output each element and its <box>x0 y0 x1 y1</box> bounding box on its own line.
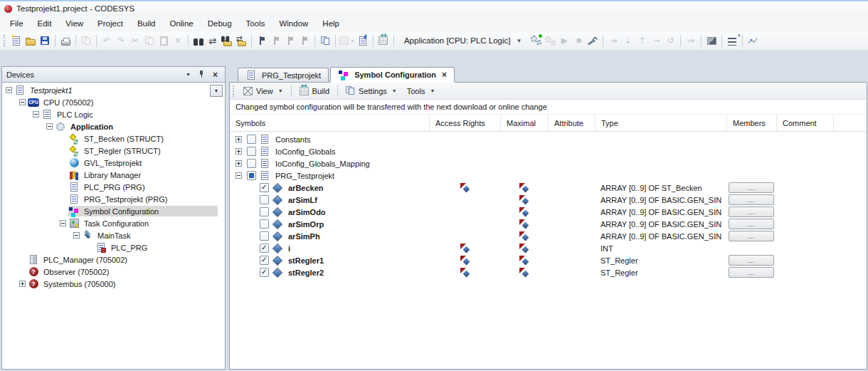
menu-window[interactable]: Window <box>272 17 315 30</box>
expander-plus-icon[interactable] <box>19 281 26 287</box>
menu-debug[interactable]: Debug <box>201 17 239 30</box>
access-rights-icon[interactable] <box>460 256 470 265</box>
maximal-access-icon[interactable] <box>519 231 529 241</box>
expander-plus-icon[interactable] <box>235 148 242 155</box>
symbol-checkbox-unchecked[interactable] <box>260 219 269 229</box>
access-rights-icon[interactable] <box>460 183 470 192</box>
expander-plus-icon[interactable] <box>235 136 242 142</box>
new-project-icon[interactable] <box>10 33 23 48</box>
device-tree-item-st-regler-struct[interactable]: ST_Regler (STRUCT) <box>2 145 225 157</box>
device-tree-item-plc-prg[interactable]: PLC_PRG <box>2 241 225 254</box>
device-tree-item-plc-prg-prg[interactable]: PLC_PRG (PRG) <box>2 181 225 193</box>
symbol-row-ioconfig-globals[interactable]: IoConfig_Globals <box>230 145 867 157</box>
close-tab-icon[interactable]: × <box>442 70 447 80</box>
symbol-row-i[interactable]: iINT <box>230 242 867 254</box>
symbol-checkbox-unchecked[interactable] <box>247 135 256 144</box>
symbol-checkbox-unchecked[interactable] <box>260 231 269 241</box>
expander-plus-icon[interactable] <box>235 160 242 167</box>
expander-minus-icon[interactable] <box>19 99 26 105</box>
symbol-row-arbecken[interactable]: arBeckenARRAY [0..9] OF ST_Becken... <box>230 182 867 194</box>
build-button[interactable]: Build <box>295 85 334 97</box>
maximal-access-icon[interactable] <box>519 268 529 277</box>
save-project-icon[interactable] <box>38 33 51 48</box>
device-tree-item-testprojekt1[interactable]: Testprojekt1 <box>2 84 225 96</box>
device-tree-item-plc-logic[interactable]: PLC Logic <box>2 108 225 120</box>
symbol-row-stregler2[interactable]: stRegler2ST_Regler... <box>230 266 867 278</box>
symbol-checkbox-partial[interactable] <box>247 171 256 180</box>
symbol-checkbox-checked[interactable] <box>260 244 269 253</box>
device-tree-item-maintask[interactable]: MainTask <box>2 229 225 241</box>
menu-file[interactable]: File <box>3 17 31 30</box>
symbol-row-ioconfig-globals-mapping[interactable]: IoConfig_Globals_Mapping <box>230 157 867 169</box>
device-tree-item-cpu-705002[interactable]: CPUCPU (705002) <box>2 96 225 108</box>
update-device-icon[interactable] <box>356 33 369 48</box>
device-tree-item-observer-705002[interactable]: ?Observer (705002) <box>2 266 225 278</box>
symbol-row-arsimorp[interactable]: arSimOrpARRAY [0..9] OF BASIC.GEN_SIN... <box>230 218 867 230</box>
open-project-icon[interactable] <box>24 33 37 48</box>
members-button[interactable]: ... <box>729 219 774 229</box>
maximal-access-icon[interactable] <box>519 244 529 253</box>
static-analysis-icon[interactable]: ↗✓ <box>746 33 759 48</box>
project-information-icon[interactable] <box>319 33 332 48</box>
members-button[interactable]: ... <box>729 194 774 205</box>
device-tree-item-prg-testprojekt-prg[interactable]: PRG_Testprojekt (PRG) <box>2 193 225 205</box>
toggle-breakpoint-icon[interactable] <box>705 33 718 48</box>
members-button[interactable]: ... <box>729 267 774 278</box>
maximal-access-icon[interactable] <box>519 195 529 204</box>
symbol-checkbox-checked[interactable] <box>260 256 269 265</box>
menu-online[interactable]: Online <box>162 17 200 30</box>
symbol-checkbox-unchecked[interactable] <box>247 147 256 156</box>
symbol-checkbox-checked[interactable] <box>260 183 269 192</box>
maximal-access-icon[interactable] <box>519 183 529 192</box>
symbol-checkbox-checked[interactable] <box>260 268 269 277</box>
settings-button[interactable]: Settings▼ <box>341 85 402 97</box>
menu-help[interactable]: Help <box>315 17 346 30</box>
access-rights-icon[interactable] <box>460 268 470 277</box>
symbol-checkbox-unchecked[interactable] <box>247 159 256 168</box>
tools-button[interactable]: Tools▼ <box>402 85 440 97</box>
replace-in-project-icon[interactable]: ⇄ <box>235 33 248 48</box>
device-tree-item-gvl-testprojekt[interactable]: GVL_Testprojekt <box>2 157 225 169</box>
tab-prg-testprojekt[interactable]: PRG_Testprojekt <box>238 68 329 82</box>
symbol-row-stregler1[interactable]: stRegler1ST_Regler... <box>230 254 867 266</box>
maximal-access-icon[interactable] <box>519 256 529 265</box>
menu-view[interactable]: View <box>58 17 90 30</box>
menu-build[interactable]: Build <box>130 17 163 30</box>
find-icon[interactable] <box>192 33 205 48</box>
close-panel-icon[interactable]: × <box>210 69 221 80</box>
access-rights-icon[interactable] <box>460 244 470 253</box>
menu-edit[interactable]: Edit <box>31 17 59 30</box>
device-tree-item-library-manager[interactable]: Library Manager <box>2 169 225 181</box>
tab-symbol-configuration[interactable]: Symbol Configuration × <box>330 67 455 83</box>
find-in-project-icon[interactable] <box>221 33 233 48</box>
active-application-selector[interactable]: Application [CPU: PLC Logic]▼ <box>399 33 527 48</box>
replace-icon[interactable]: ⇄ <box>206 33 219 48</box>
symbol-checkbox-unchecked[interactable] <box>260 207 269 216</box>
device-tree-item-st-becken-struct[interactable]: ST_Becken (STRUCT) <box>2 132 225 145</box>
members-button[interactable]: ... <box>729 255 774 266</box>
symbol-row-arsimph[interactable]: arSimPhARRAY [0..9] OF BASIC.GEN_SIN... <box>230 230 867 242</box>
device-tree-item-symbol-configuration[interactable]: Symbol Configuration <box>2 205 225 217</box>
expander-minus-icon[interactable] <box>6 87 12 93</box>
expander-minus-icon[interactable] <box>235 172 242 179</box>
symbol-row-constants[interactable]: Constants <box>230 133 867 145</box>
symbol-row-prg-testprojekt[interactable]: PRG_Testprojekt <box>230 169 867 182</box>
menu-tools[interactable]: Tools <box>239 17 272 30</box>
print-icon[interactable] <box>59 33 72 48</box>
build-icon[interactable] <box>377 33 390 48</box>
members-button[interactable]: ... <box>729 231 774 241</box>
device-tree-item-plc-manager-705002[interactable]: PLC_Manager (705002) <box>2 254 225 266</box>
login-icon[interactable] <box>529 33 542 48</box>
expander-minus-icon[interactable] <box>73 232 80 239</box>
expander-minus-icon[interactable] <box>46 123 53 130</box>
symbol-row-arsimodo[interactable]: arSimOdoARRAY [0..9] OF BASIC.GEN_SIN... <box>230 206 867 218</box>
device-tree-item-systembus-705000[interactable]: ?Systembus (705000) <box>2 278 225 290</box>
expander-minus-icon[interactable] <box>60 220 66 226</box>
maximal-access-icon[interactable] <box>519 219 529 229</box>
panel-menu-icon[interactable]: ▼ <box>183 69 194 80</box>
members-button[interactable]: ... <box>729 207 774 217</box>
symbol-checkbox-unchecked[interactable] <box>260 195 269 204</box>
members-button[interactable]: ... <box>729 182 774 193</box>
pin-icon[interactable] <box>196 69 207 80</box>
online-config-mode-icon[interactable] <box>586 33 599 48</box>
